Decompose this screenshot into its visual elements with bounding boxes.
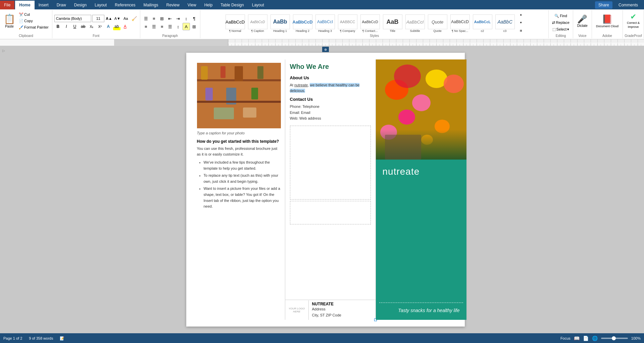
paste-button[interactable]: 📋 Paste — [2, 11, 17, 31]
brand-tagline[interactable]: Tasty snacks for a healthy life — [383, 308, 460, 313]
style-contact[interactable]: AaBbCcD ¶ Contact... — [359, 11, 381, 34]
clear-formatting-button[interactable]: 🧹 — [131, 15, 138, 22]
tab-tabledesign[interactable]: Table Design — [216, 1, 248, 9]
tab-mailings[interactable]: Mailings — [139, 1, 162, 9]
zoom-slider[interactable] — [601, 338, 628, 339]
font-size-increase-button[interactable]: A▲ — [105, 15, 113, 22]
flower-photo[interactable] — [376, 59, 466, 160]
align-right-button[interactable]: ≡ — [158, 23, 166, 30]
comments-button[interactable]: Comments — [616, 1, 641, 9]
bullet-item-3[interactable]: Want to insert a picture from your files… — [204, 186, 281, 209]
numbering-button[interactable]: ≡ — [150, 15, 158, 22]
tab-file[interactable]: File — [0, 1, 14, 9]
who-we-are-heading[interactable]: Who We Are — [290, 63, 371, 71]
text-effects-button[interactable]: A — [105, 23, 112, 30]
strikethrough-button[interactable]: ab — [80, 23, 87, 30]
sort-button[interactable]: ↕ — [183, 15, 190, 22]
photo-caption[interactable]: Type a caption for your photo — [197, 131, 281, 135]
select-button[interactable]: ⬚ Select ▾ — [551, 27, 571, 32]
tab-help[interactable]: Help — [200, 1, 217, 9]
tab-references[interactable]: References — [111, 1, 139, 9]
contact-web[interactable]: Web: Web address — [290, 116, 371, 122]
view-mode-print[interactable]: 📄 — [583, 336, 589, 341]
font-color-button[interactable]: A — [121, 23, 129, 30]
superscript-button[interactable]: X² — [96, 23, 104, 30]
show-formatting-button[interactable]: ¶ — [191, 15, 198, 22]
highlight-color-button[interactable]: ab — [113, 23, 120, 30]
styles-scroll-up-button[interactable]: ▲ — [517, 11, 525, 18]
change-case-button[interactable]: Aa — [122, 15, 130, 22]
about-us-text[interactable]: At nutreate, we believe that healthy can… — [290, 82, 371, 93]
tab-view[interactable]: View — [184, 1, 200, 9]
style-nospace[interactable]: AaBbCcD ¶ No Spac... — [449, 11, 471, 34]
replace-button[interactable]: ⇄ Replace — [551, 20, 571, 26]
style-c3[interactable]: AaBbC c3 — [494, 11, 516, 34]
address-box[interactable]: NUTREATE Address City, ST ZIP Code — [309, 300, 345, 320]
paragraph-group: ☰ ≡ ⊞ ⇤ ⇥ ↕ ¶ ≡ ☰ ≡ ☰ ↕ A ⊞ Pa — [140, 10, 200, 38]
styles-scroll-down-button[interactable]: ▼ — [517, 19, 525, 26]
tab-design[interactable]: Design — [70, 1, 91, 9]
contact-phone[interactable]: Phone: Telephone — [290, 104, 371, 110]
style-c2[interactable]: AaBbCcL c2 — [472, 11, 493, 34]
tab-review[interactable]: Review — [162, 1, 184, 9]
styles-more-button[interactable]: ⊞ — [517, 27, 525, 34]
style-title[interactable]: AaB Title — [382, 11, 403, 34]
correct-improve-button[interactable]: ✔ Correct & Improve — [625, 11, 642, 31]
font-family-selector[interactable] — [54, 15, 91, 22]
subscript-button[interactable]: X₂ — [88, 23, 95, 30]
multilevel-list-button[interactable]: ⊞ — [158, 15, 166, 22]
contact-us-heading[interactable]: Contact Us — [290, 97, 371, 102]
zoom-level[interactable]: 100% — [631, 336, 641, 340]
template-question[interactable]: How do you get started with this templat… — [197, 139, 281, 144]
style-subtitle[interactable]: AaBbCcI Subtitle — [404, 11, 426, 34]
view-mode-read[interactable]: 📖 — [574, 336, 580, 341]
bullet-item-1[interactable]: We've included a few tips throughout the… — [204, 160, 281, 171]
photo-placeholder[interactable] — [197, 63, 281, 128]
tab-draw[interactable]: Draw — [53, 1, 70, 9]
copy-button[interactable]: 📄 Copy — [17, 18, 50, 24]
move-handle[interactable]: ⊕ — [322, 47, 329, 52]
style-heading3[interactable]: AaBbCcI Heading 3 — [314, 11, 336, 34]
justify-button[interactable]: ☰ — [166, 23, 174, 30]
about-us-heading[interactable]: About Us — [290, 75, 371, 80]
decrease-indent-button[interactable]: ⇤ — [166, 15, 174, 22]
ruler — [0, 39, 644, 46]
style-heading2[interactable]: AaBbCcD Heading 2 — [292, 11, 313, 34]
style-quote[interactable]: Quote Quote — [427, 11, 448, 34]
underline-button[interactable]: U — [71, 23, 79, 30]
style-company[interactable]: AABBCC ¶ Company — [337, 11, 358, 34]
logo-placeholder[interactable]: YOUR LOGO HERE — [285, 300, 309, 320]
template-body[interactable]: You can use this fresh, professional bro… — [197, 146, 281, 157]
borders-button[interactable]: ⊞ — [191, 23, 198, 30]
bold-button[interactable]: B — [54, 23, 62, 30]
shading-button[interactable]: A — [183, 23, 190, 30]
document-cloud-button[interactable]: 📕 Document Cloud — [594, 11, 621, 31]
contact-email[interactable]: Email: Email — [290, 110, 371, 116]
format-painter-button[interactable]: 🖌️ Format Painter — [17, 25, 50, 30]
focus-button[interactable]: Focus — [560, 336, 571, 340]
style-normal[interactable]: AaBbCcD ¶ Normal — [224, 11, 246, 34]
bullets-button[interactable]: ☰ — [142, 15, 150, 22]
font-size-decrease-button[interactable]: A▼ — [114, 15, 121, 22]
share-button[interactable]: Share — [595, 1, 612, 9]
view-mode-web[interactable]: 🌐 — [592, 336, 598, 341]
italic-button[interactable]: I — [63, 23, 70, 30]
font-size-selector[interactable] — [92, 15, 104, 22]
tab-home[interactable]: Home — [15, 1, 34, 9]
increase-indent-button[interactable]: ⇥ — [175, 15, 182, 22]
style-caption[interactable]: AaBbCcD ¶ Caption — [247, 11, 268, 34]
align-left-button[interactable]: ≡ — [142, 23, 150, 30]
tab-insert[interactable]: Insert — [35, 1, 53, 9]
cut-button[interactable]: ✂️ Cut — [17, 12, 50, 17]
brand-name[interactable]: nutreate — [383, 166, 420, 177]
spell-check-icon[interactable]: 📝 — [60, 336, 64, 341]
bullet-item-2[interactable]: To replace any tip text (such as this) w… — [204, 173, 281, 184]
line-spacing-button[interactable]: ↕ — [175, 23, 182, 30]
style-heading1[interactable]: AaBb Heading 1 — [269, 11, 291, 34]
tab-layout[interactable]: Layout — [91, 1, 111, 9]
find-button[interactable]: 🔍 Find — [553, 13, 568, 19]
tab-layout2[interactable]: Layout — [248, 1, 268, 9]
align-center-button[interactable]: ☰ — [150, 23, 158, 30]
dictate-button[interactable]: 🎤 Dictate — [575, 11, 590, 31]
document-container[interactable]: ⊕ — [7, 46, 644, 333]
